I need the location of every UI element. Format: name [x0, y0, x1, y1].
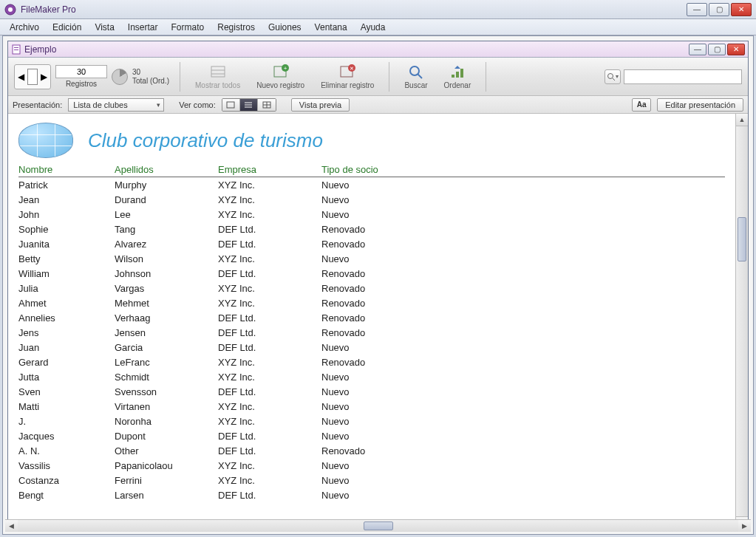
table-cell: Matti	[18, 401, 115, 412]
table-cell: Nuevo	[321, 460, 440, 471]
table-cell: Vargas	[115, 283, 218, 294]
table-row[interactable]: J.NoronhaXYZ Inc.Nuevo	[18, 414, 725, 428]
search-dropdown[interactable]: ▾	[605, 69, 621, 84]
table-cell: Noronha	[115, 416, 218, 427]
view-as-toggles	[222, 98, 276, 112]
hscroll-thumb[interactable]	[364, 521, 393, 530]
table-row[interactable]: AnneliesVerhaagDEF Ltd.Renovado	[18, 310, 725, 325]
edit-layout-button[interactable]: Editar presentación	[657, 98, 743, 112]
scroll-left-icon[interactable]: ◀	[5, 520, 18, 532]
menu-guiones[interactable]: Guiones	[262, 21, 308, 34]
table-cell: Schmidt	[115, 372, 218, 383]
table-row[interactable]: JuanitaAlvarezDEF Ltd.Renovado	[18, 236, 725, 251]
table-row[interactable]: BettyWilsonXYZ Inc.Nuevo	[18, 251, 725, 266]
table-row[interactable]: JensJensenDEF Ltd.Renovado	[18, 325, 725, 340]
table-cell: DEF Ltd.	[218, 445, 321, 456]
menu-vista[interactable]: Vista	[88, 21, 120, 34]
maximize-button[interactable]: ▢	[709, 3, 729, 16]
find-icon	[407, 64, 425, 80]
show-all-icon	[209, 64, 227, 80]
record-flipbook[interactable]: ◀ ▶	[14, 64, 51, 89]
table-row[interactable]: JeanDurandXYZ Inc.Nuevo	[18, 192, 725, 207]
table-cell: DEF Ltd.	[218, 342, 321, 353]
scroll-thumb[interactable]	[738, 217, 746, 261]
table-row[interactable]: JuttaSchmidtXYZ Inc.Nuevo	[18, 369, 725, 384]
table-cell: DEF Ltd.	[218, 327, 321, 338]
col-tipo: Tipo de socio	[321, 164, 440, 175]
table-cell: Nuevo	[321, 372, 440, 383]
close-button[interactable]: ✕	[731, 3, 752, 16]
table-row[interactable]: GerardLeFrancXYZ Inc.Renovado	[18, 355, 725, 369]
menu-archivo[interactable]: Archivo	[3, 21, 46, 34]
table-row[interactable]: JohnLeeXYZ Inc.Nuevo	[18, 207, 725, 222]
hscroll-track[interactable]	[18, 520, 738, 532]
table-cell: Renovado	[321, 268, 440, 279]
total-count: 30	[132, 68, 169, 77]
menu-ayuda[interactable]: Ayuda	[354, 21, 392, 34]
table-cell: Nuevo	[321, 194, 440, 205]
sort-button[interactable]: Ordenar	[440, 62, 476, 91]
document-titlebar: Ejemplo — ▢ ✕	[8, 41, 748, 58]
menu-registros[interactable]: Registros	[211, 21, 262, 34]
table-cell: Jens	[18, 327, 115, 338]
show-all-button[interactable]: Mostrar todos	[191, 62, 245, 91]
table-cell: Johnson	[115, 268, 218, 279]
quick-search-input[interactable]	[624, 69, 742, 84]
table-rows: PatrickMurphyXYZ Inc.NuevoJeanDurandXYZ …	[18, 177, 725, 502]
table-row[interactable]: A. N.OtherDEF Ltd.Renovado	[18, 443, 725, 458]
table-row[interactable]: MattiVirtanenXYZ Inc.Nuevo	[18, 399, 725, 414]
table-row[interactable]: SvenSvenssonDEF Ltd.Nuevo	[18, 384, 725, 399]
scroll-right-icon[interactable]: ▶	[738, 520, 751, 532]
table-cell: Gerard	[18, 357, 115, 368]
table-cell: Larsen	[115, 490, 218, 501]
table-row[interactable]: AhmetMehmetXYZ Inc.Renovado	[18, 295, 725, 310]
delete-record-button[interactable]: ✕ Eliminar registro	[316, 62, 378, 91]
table-cell: Jacques	[18, 431, 115, 442]
vertical-scrollbar[interactable]: ▲ ▼	[735, 114, 748, 529]
layout-dropdown[interactable]: Lista de clubes	[68, 98, 164, 112]
record-number-input[interactable]	[55, 65, 107, 78]
preview-button[interactable]: Vista previa	[291, 98, 350, 112]
document-icon	[11, 44, 21, 55]
table-cell: Betty	[18, 253, 115, 264]
table-row[interactable]: VassilisPapanicolaouXYZ Inc.Nuevo	[18, 458, 725, 473]
view-table-button[interactable]	[258, 99, 276, 111]
doc-maximize-button[interactable]: ▢	[708, 44, 726, 55]
table-row[interactable]: CostanzaFerriniXYZ Inc.Nuevo	[18, 473, 725, 488]
menu-edicion[interactable]: Edición	[46, 21, 88, 34]
total-label: Total (Ord.)	[132, 77, 169, 86]
minimize-button[interactable]: —	[687, 3, 707, 16]
table-row[interactable]: JuanGarciaDEF Ltd.Nuevo	[18, 340, 725, 355]
svg-line-15	[418, 74, 422, 78]
table-row[interactable]: PatrickMurphyXYZ Inc.Nuevo	[18, 177, 725, 192]
table-row[interactable]: WilliamJohnsonDEF Ltd.Renovado	[18, 266, 725, 281]
table-cell: Papanicolaou	[115, 460, 218, 471]
doc-minimize-button[interactable]: —	[689, 44, 706, 55]
menu-formato[interactable]: Formato	[165, 21, 211, 34]
toolbar-separator	[180, 62, 180, 92]
view-form-button[interactable]	[222, 99, 240, 111]
new-record-button[interactable]: + Nuevo registro	[252, 62, 309, 91]
table-cell: Mehmet	[115, 298, 218, 309]
scroll-up-icon[interactable]: ▲	[736, 114, 748, 126]
horizontal-scrollbar[interactable]: ◀ ▶	[5, 519, 751, 532]
table-cell: XYZ Inc.	[218, 194, 321, 205]
table-row[interactable]: JuliaVargasXYZ Inc.Renovado	[18, 281, 725, 295]
app-window-controls: — ▢ ✕	[687, 3, 752, 16]
menu-insertar[interactable]: Insertar	[121, 21, 165, 34]
document-window: Ejemplo — ▢ ✕ ◀ ▶ Registros	[7, 41, 749, 530]
new-record-icon: +	[272, 64, 290, 80]
table-cell: XYZ Inc.	[218, 401, 321, 412]
table-cell: Verhaag	[115, 312, 218, 324]
table-cell: Renovado	[321, 445, 440, 456]
text-format-button[interactable]: Aa	[632, 98, 651, 112]
svg-rect-4	[14, 49, 18, 50]
doc-close-button[interactable]: ✕	[727, 44, 745, 55]
table-row[interactable]: JacquesDupontDEF Ltd.Nuevo	[18, 428, 725, 443]
table-cell: Dupont	[115, 431, 218, 442]
menu-ventana[interactable]: Ventana	[308, 21, 354, 34]
table-row[interactable]: SophieTangDEF Ltd.Renovado	[18, 222, 725, 236]
find-button[interactable]: Buscar	[400, 62, 432, 91]
table-row[interactable]: BengtLarsenDEF Ltd.Nuevo	[18, 488, 725, 502]
view-list-button[interactable]	[240, 99, 258, 111]
